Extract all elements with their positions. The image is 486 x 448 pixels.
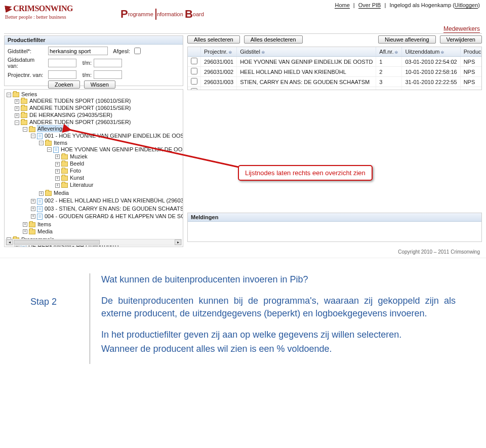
sort-icon: ≑: [440, 50, 444, 55]
tree-node[interactable]: Media: [37, 228, 53, 234]
horizontal-scrollbar[interactable]: ◂ ▸: [6, 239, 182, 246]
gidsdatum-van-input[interactable]: [48, 59, 76, 67]
projectnr-van-label: Projectnr. van:: [8, 72, 46, 78]
toggle-icon[interactable]: +: [15, 106, 19, 111]
col-checkbox: [188, 47, 201, 57]
pib-logo: Programme nformation Board: [120, 6, 204, 20]
toggle-icon[interactable]: −: [7, 93, 11, 97]
tree-node[interactable]: ANDERE TIJDEN SPORT (106015/SER): [29, 105, 131, 111]
cell-aflnr: 2: [376, 67, 402, 77]
toggle-icon[interactable]: +: [55, 154, 60, 159]
folder-icon: [29, 127, 35, 132]
toggle-icon[interactable]: +: [23, 229, 27, 234]
toggle-icon[interactable]: +: [55, 183, 60, 188]
toggle-icon[interactable]: +: [39, 191, 44, 196]
wissen-button[interactable]: Wissen: [84, 80, 115, 89]
tree-node[interactable]: ANDERE TIJDEN SPORT (296031/SER): [29, 119, 131, 125]
projectnr-van-input[interactable]: [48, 70, 76, 79]
doc-section: Stap 2 Wat kunnen de buitenproducenten i…: [0, 258, 486, 384]
table-row[interactable]: 296031/004GOUDEN GERARD & HET KLAPPEN VA…: [188, 87, 482, 91]
row-checkbox[interactable]: [191, 68, 197, 74]
toggle-icon[interactable]: −: [47, 147, 52, 152]
deselect-all-button[interactable]: Alles deselecteren: [244, 35, 303, 44]
nav-home[interactable]: Home: [335, 2, 349, 9]
row-checkbox[interactable]: [191, 58, 197, 64]
table-row[interactable]: 296031/003STIEN, CARRY EN ANS: DE GOUDEN…: [188, 77, 482, 87]
tree-node[interactable]: 003 - STIEN, CARRY EN ANS: DE GOUDEN SCH…: [45, 206, 183, 212]
col-gidstitel[interactable]: Gidstitel≑: [237, 47, 376, 57]
cell-producent: NPS: [460, 57, 482, 67]
brand-text: CRIMSONWING: [13, 4, 73, 13]
nav-logout[interactable]: Uitloggen: [455, 2, 478, 9]
document-icon: [37, 206, 43, 212]
nav-over-pib[interactable]: Over PIB: [358, 2, 381, 9]
table-row[interactable]: 296031/002HEEL HOLLAND HIELD VAN KRIENBÜ…: [188, 67, 482, 77]
tree-node[interactable]: 002 - HEEL HOLLAND HIELD VAN KRIENBÜHL (…: [45, 197, 183, 203]
verwijderen-button[interactable]: Verwijderen: [440, 35, 482, 44]
col-aflnr[interactable]: Afl.nr.≑: [376, 47, 402, 57]
cell-projectnr: 296031/004: [201, 87, 237, 91]
toggle-icon[interactable]: +: [55, 162, 60, 167]
tree-node[interactable]: Muziek: [70, 153, 88, 159]
tree-node[interactable]: 004 - GOUDEN GERARD & HET KLAPPEN VAN DE…: [45, 213, 183, 219]
table-row[interactable]: 296031/001HOE YVONNE VAN GENNIP EINDELIJ…: [188, 57, 482, 67]
tree-node[interactable]: DE HERKANSING (294035/SER): [29, 112, 112, 118]
meldingen-panel: Meldingen: [187, 213, 482, 242]
gidsdatum-van-label: Gidsdatum van:: [8, 57, 46, 69]
tree-node[interactable]: Literatuur: [70, 182, 93, 188]
tree-node[interactable]: Items: [37, 221, 51, 227]
toggle-icon[interactable]: +: [31, 199, 35, 203]
node-afleveringen[interactable]: Afleveringen: [37, 126, 68, 132]
toggle-icon[interactable]: +: [55, 176, 60, 181]
select-all-button[interactable]: Alles selecteren: [187, 35, 240, 44]
tree-node[interactable]: Kunst: [70, 175, 84, 181]
toggle-icon[interactable]: +: [23, 222, 27, 227]
folder-icon: [21, 113, 27, 118]
zoeken-button[interactable]: Zoeken: [48, 80, 80, 89]
folder-icon: [45, 141, 52, 146]
col-uitzenddatum[interactable]: Uitzenddatum≑: [402, 47, 460, 57]
tree-node[interactable]: 001 - HOE YVONNE VAN GENNIP EINDELIJK DE…: [45, 133, 183, 139]
wing-icon: [5, 5, 13, 13]
toggle-icon[interactable]: +: [15, 113, 19, 118]
cell-gidstitel: GOUDEN GERARD & HET KLAPPEN VAN DE SCH.: [237, 87, 376, 91]
toggle-icon[interactable]: +: [55, 169, 60, 174]
toggle-icon[interactable]: −: [15, 120, 19, 125]
row-checkbox[interactable]: [191, 78, 197, 85]
toggle-icon[interactable]: +: [31, 207, 35, 211]
tree-panel[interactable]: −Series +ANDERE TIJDEN SPORT (106010/SER…: [4, 89, 183, 247]
sort-icon: ≑: [261, 50, 265, 55]
gidstitel-input[interactable]: [48, 47, 108, 55]
link-medewerkers[interactable]: Medewerkers: [443, 25, 480, 33]
node-series[interactable]: Series: [21, 91, 37, 97]
toggle-icon[interactable]: −: [23, 127, 27, 132]
projectnr-tm-input[interactable]: [94, 70, 122, 79]
nav-username: Hogenkamp: [421, 2, 451, 8]
doc-paragraph: In het productiefilter geven zij aan op …: [101, 329, 456, 341]
tree-node[interactable]: HOE YVONNE VAN GENNIP EINDELIJK DE OOSTD…: [61, 146, 183, 152]
tree-node[interactable]: Beeld: [70, 160, 84, 167]
copyright-text: Copyright 2010 – 2011 Crimsonwing: [398, 249, 480, 255]
toggle-icon[interactable]: +: [15, 99, 19, 104]
afgesl-checkbox[interactable]: [134, 48, 141, 54]
cell-projectnr: 296031/003: [201, 77, 237, 87]
col-producent[interactable]: Producent≑: [460, 47, 482, 57]
nav-sep: |: [384, 2, 387, 8]
scroll-left-icon[interactable]: ◂: [6, 239, 13, 245]
tree-node[interactable]: Foto: [70, 168, 81, 174]
tree-node[interactable]: Media: [54, 190, 69, 196]
scroll-right-icon[interactable]: ▸: [175, 239, 181, 245]
toggle-icon[interactable]: −: [39, 141, 44, 145]
toggle-icon[interactable]: −: [31, 134, 35, 138]
annotation-callout: Lijstnodes laten rechts een overzicht zi…: [238, 165, 373, 181]
pib-b-txt: oard: [193, 11, 204, 17]
toggle-icon[interactable]: +: [31, 214, 35, 219]
scroll-thumb[interactable]: [14, 240, 100, 245]
row-checkbox[interactable]: [191, 88, 197, 90]
gidsdatum-tm-input[interactable]: [94, 59, 122, 67]
col-projectnr[interactable]: Projectnr.≑: [201, 47, 237, 57]
cell-producent: NPS: [460, 67, 482, 77]
nieuwe-aflevering-button[interactable]: Nieuwe aflevering: [378, 35, 435, 44]
tree-node[interactable]: ANDERE TIJDEN SPORT (106010/SER): [29, 98, 131, 104]
tree-node[interactable]: Items: [54, 140, 67, 146]
